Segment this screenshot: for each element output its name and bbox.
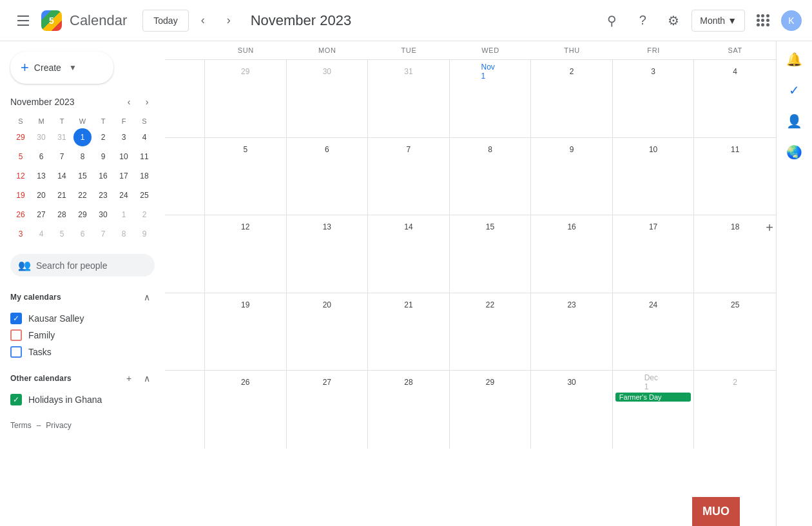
- cal-day[interactable]: 18 +: [694, 215, 776, 293]
- cal-day[interactable]: 8: [450, 138, 532, 215]
- cal-day[interactable]: 14: [368, 215, 450, 293]
- cal-day[interactable]: 10: [613, 138, 695, 215]
- mini-day[interactable]: 17: [115, 167, 133, 185]
- mini-day[interactable]: 7: [53, 148, 71, 166]
- mini-day[interactable]: 15: [73, 167, 92, 185]
- day-number[interactable]: 27: [318, 373, 336, 391]
- mini-day[interactable]: 31: [53, 128, 71, 146]
- mini-day[interactable]: 8: [73, 148, 92, 166]
- search-people[interactable]: 👥 Search for people: [10, 254, 155, 277]
- maps-icon[interactable]: 🌏: [782, 139, 807, 165]
- today-button[interactable]: Today: [142, 10, 188, 32]
- avatar[interactable]: K: [781, 10, 802, 31]
- cal-day[interactable]: Nov 1: [450, 60, 532, 137]
- mini-day[interactable]: 14: [53, 167, 71, 185]
- mini-day[interactable]: 5: [12, 148, 30, 166]
- mini-day[interactable]: 6: [32, 148, 50, 166]
- mini-day[interactable]: 16: [94, 167, 112, 185]
- day-number[interactable]: 30: [563, 373, 581, 391]
- cal-day[interactable]: 17: [613, 215, 695, 293]
- mini-day[interactable]: 5: [53, 225, 71, 243]
- mini-day[interactable]: 24: [115, 186, 133, 204]
- privacy-link[interactable]: Privacy: [46, 421, 71, 430]
- cal-day[interactable]: 21: [368, 293, 450, 371]
- cal-day[interactable]: 7: [368, 138, 450, 215]
- cal-day[interactable]: 23: [531, 293, 613, 371]
- day-number[interactable]: 8: [481, 141, 499, 159]
- mini-day[interactable]: 4: [135, 128, 153, 146]
- settings-button[interactable]: ⚙: [661, 8, 686, 34]
- mini-day[interactable]: 4: [32, 225, 50, 243]
- my-calendars-collapse-button[interactable]: ∧: [139, 289, 155, 305]
- day-number[interactable]: 22: [481, 296, 499, 314]
- mini-day[interactable]: 27: [32, 206, 50, 224]
- cal-day[interactable]: 13: [287, 215, 369, 293]
- mini-day[interactable]: 9: [135, 225, 153, 243]
- day-number[interactable]: 13: [318, 218, 336, 236]
- mini-day[interactable]: 12: [12, 167, 30, 185]
- cal-day[interactable]: 28: [368, 371, 450, 449]
- day-number[interactable]: 20: [318, 296, 336, 314]
- cal-day[interactable]: 24: [613, 293, 695, 371]
- day-number[interactable]: 9: [563, 141, 581, 159]
- cal-day[interactable]: 31: [368, 60, 450, 137]
- cal-day[interactable]: 20: [287, 293, 369, 371]
- cal-day[interactable]: 26: [205, 371, 287, 449]
- mini-day[interactable]: 22: [73, 186, 92, 204]
- cal-day[interactable]: 3: [613, 60, 695, 137]
- day-number[interactable]: 16: [563, 218, 581, 236]
- cal-day[interactable]: 27: [287, 371, 369, 449]
- next-month-button[interactable]: ›: [217, 9, 240, 32]
- mini-day[interactable]: 28: [53, 206, 71, 224]
- calendar-item-tasks[interactable]: Tasks: [10, 344, 155, 360]
- day-number[interactable]: 29: [481, 373, 499, 391]
- day-number[interactable]: 28: [400, 373, 418, 391]
- mini-day[interactable]: 2: [135, 206, 153, 224]
- cal-day[interactable]: 25: [694, 293, 776, 371]
- mini-day[interactable]: 10: [115, 148, 133, 166]
- mini-prev-button[interactable]: ‹: [121, 94, 137, 110]
- mini-day[interactable]: 18: [135, 167, 153, 185]
- day-number[interactable]: 31: [400, 63, 418, 81]
- farmers-day-event[interactable]: Farmer's Day: [615, 393, 691, 402]
- help-button[interactable]: ?: [630, 8, 655, 34]
- calendar-item-kausar[interactable]: Kausar Salley: [10, 310, 155, 327]
- mini-day[interactable]: 30: [94, 206, 112, 224]
- day-number[interactable]: 21: [400, 296, 418, 314]
- contacts-icon[interactable]: 👤: [782, 108, 807, 134]
- apps-button[interactable]: [750, 8, 776, 34]
- cal-day[interactable]: 4: [694, 60, 776, 137]
- mini-day[interactable]: 19: [12, 186, 30, 204]
- cal-day-dec1[interactable]: Dec 1 Farmer's Day: [613, 371, 695, 449]
- family-checkbox[interactable]: [10, 329, 22, 341]
- day-number[interactable]: Dec 1: [644, 373, 662, 391]
- mini-day[interactable]: 7: [94, 225, 112, 243]
- day-number[interactable]: 23: [563, 296, 581, 314]
- mini-day[interactable]: 26: [12, 206, 30, 224]
- mini-day[interactable]: 23: [94, 186, 112, 204]
- day-number[interactable]: 15: [481, 218, 499, 236]
- mini-day[interactable]: 20: [32, 186, 50, 204]
- mini-day[interactable]: 6: [73, 225, 92, 243]
- mini-day[interactable]: 3: [12, 225, 30, 243]
- day-number[interactable]: 11: [726, 141, 744, 159]
- day-number[interactable]: Nov 1: [481, 63, 499, 81]
- cal-day[interactable]: 22: [450, 293, 532, 371]
- cal-day[interactable]: 2: [694, 371, 776, 449]
- mini-day[interactable]: 13: [32, 167, 50, 185]
- day-number[interactable]: 3: [644, 63, 662, 81]
- day-number[interactable]: 14: [400, 218, 418, 236]
- day-number[interactable]: 2: [563, 63, 581, 81]
- day-number[interactable]: 5: [237, 141, 255, 159]
- day-number[interactable]: 12: [237, 218, 255, 236]
- other-calendars-header[interactable]: Other calendars + ∧: [10, 368, 155, 389]
- calendar-item-family[interactable]: Family: [10, 327, 155, 344]
- cal-day[interactable]: 29: [450, 371, 532, 449]
- day-number[interactable]: 26: [237, 373, 255, 391]
- prev-month-button[interactable]: ‹: [191, 9, 215, 32]
- day-number[interactable]: 18: [726, 218, 744, 236]
- day-number[interactable]: 4: [726, 63, 744, 81]
- day-number[interactable]: 2: [726, 373, 744, 391]
- cal-day[interactable]: 30: [287, 60, 369, 137]
- terms-link[interactable]: Terms: [10, 421, 32, 430]
